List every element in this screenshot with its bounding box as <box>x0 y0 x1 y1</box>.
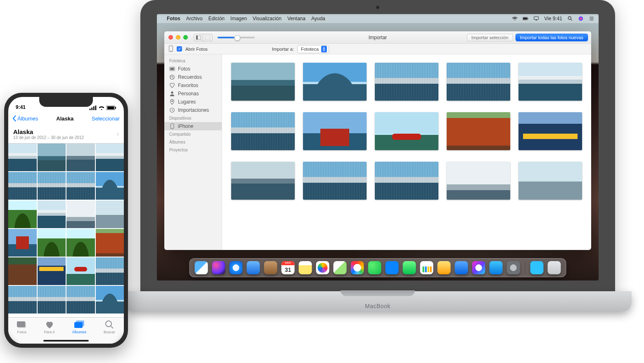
menubar-item-edit[interactable]: Edición <box>208 16 225 21</box>
import-thumb[interactable] <box>519 112 582 150</box>
photo-thumb[interactable] <box>38 172 66 200</box>
dock-downloads-icon[interactable] <box>530 261 544 274</box>
sidebar-item-people[interactable]: Personas <box>164 90 222 98</box>
photo-thumb[interactable] <box>8 229 37 257</box>
photo-thumb[interactable] <box>8 200 37 228</box>
sidebar-header-shared[interactable]: Compartido <box>164 130 222 138</box>
import-thumb[interactable] <box>375 63 438 101</box>
menubar-item-view[interactable]: Visualización <box>253 16 282 21</box>
photo-thumb[interactable] <box>8 172 37 200</box>
import-destination-select[interactable]: Fototeca ▲▼ <box>297 45 329 53</box>
notification-center-icon[interactable] <box>589 16 594 21</box>
sidebar-item-imports[interactable]: Importaciones <box>164 106 222 114</box>
tab-photos[interactable]: Fotos <box>17 320 27 334</box>
photo-thumb[interactable] <box>38 229 66 257</box>
menubar-app-name[interactable]: Fotos <box>167 16 180 21</box>
photo-thumb[interactable] <box>96 144 124 171</box>
import-thumb[interactable] <box>447 63 510 101</box>
sidebar-toggle-segment[interactable] <box>194 34 213 41</box>
menubar-item-help[interactable]: Ayuda <box>311 16 325 21</box>
sidebar-item-device-iphone[interactable]: iPhone <box>164 122 222 130</box>
dock-finder-icon[interactable] <box>195 261 208 274</box>
dock-pages-icon[interactable] <box>438 261 451 274</box>
sidebar-item-memories[interactable]: Recuerdos <box>164 73 222 81</box>
photo-thumb[interactable] <box>38 257 66 285</box>
sidebar-hide-icon[interactable] <box>203 34 212 41</box>
tab-foryou[interactable]: Para ti <box>44 320 55 334</box>
photo-thumb[interactable] <box>96 229 124 257</box>
back-button[interactable]: Álbumes <box>12 115 38 122</box>
dock-messages-icon[interactable] <box>368 261 381 274</box>
dock-contacts-icon[interactable] <box>264 261 277 274</box>
import-thumb[interactable] <box>447 112 510 150</box>
tab-search[interactable]: Buscar <box>104 320 115 334</box>
photo-thumb[interactable] <box>96 286 124 314</box>
photo-thumb[interactable] <box>66 172 95 200</box>
sidebar-item-places[interactable]: Lugares <box>164 98 222 106</box>
photo-thumb[interactable] <box>8 257 37 285</box>
dock-facetime-icon[interactable] <box>403 261 416 274</box>
home-indicator[interactable] <box>43 340 89 342</box>
photo-thumb[interactable] <box>38 200 66 228</box>
photo-thumb[interactable] <box>66 286 95 314</box>
wifi-icon[interactable] <box>512 16 518 21</box>
import-thumb[interactable] <box>303 162 367 200</box>
dock-safari-icon[interactable] <box>230 261 243 274</box>
import-selection-button[interactable]: Importar selección <box>467 34 513 41</box>
photo-thumb[interactable] <box>8 144 37 171</box>
dock-preferences-icon[interactable] <box>507 261 520 274</box>
sidebar-header-albums[interactable]: Álbumes <box>164 138 222 146</box>
dock-mail-icon[interactable] <box>247 261 260 274</box>
dock-itunes-icon[interactable] <box>472 261 485 274</box>
dock-numbers-icon[interactable] <box>420 261 433 274</box>
dock-appstore-icon[interactable] <box>490 261 503 274</box>
window-zoom-button[interactable] <box>183 35 188 40</box>
photo-thumb[interactable] <box>96 172 124 200</box>
album-header-row[interactable]: Alaska 13 de jun de 2012 – 30 de jun de … <box>8 126 124 144</box>
dock-trash-icon[interactable] <box>548 261 561 274</box>
menubar-item-window[interactable]: Ventana <box>287 16 305 21</box>
sidebar-item-photos[interactable]: Fotos <box>164 65 222 73</box>
dock-calendar-icon[interactable]: AGO 31 <box>282 261 295 274</box>
import-thumb[interactable] <box>519 162 582 200</box>
import-thumb[interactable] <box>375 162 438 200</box>
photo-thumb[interactable] <box>96 200 124 228</box>
import-thumb[interactable] <box>231 112 295 150</box>
dock-keynote-icon[interactable] <box>455 261 468 274</box>
album-photo-grid[interactable] <box>8 144 124 314</box>
sidebar-item-favorites[interactable]: Favoritos <box>164 81 222 90</box>
photo-thumb[interactable] <box>66 200 95 228</box>
dock-siri-icon[interactable] <box>212 261 225 274</box>
photo-thumb[interactable] <box>8 286 37 314</box>
spotlight-icon[interactable] <box>567 16 573 21</box>
photo-thumb[interactable] <box>38 144 66 171</box>
window-minimize-button[interactable] <box>176 35 180 40</box>
import-thumb[interactable] <box>519 63 582 101</box>
import-thumb[interactable] <box>375 112 438 150</box>
dock-photos-icon[interactable] <box>316 261 329 274</box>
menubar-clock[interactable]: Vie 9:41 <box>544 16 562 21</box>
photo-thumb[interactable] <box>66 229 95 257</box>
thumbnail-zoom-slider[interactable] <box>218 37 255 38</box>
photo-thumb[interactable] <box>38 286 66 314</box>
import-thumb[interactable] <box>447 162 510 200</box>
import-thumb[interactable] <box>231 63 295 101</box>
sidebar-show-icon[interactable] <box>194 34 203 41</box>
battery-icon[interactable] <box>523 16 528 21</box>
photo-thumb[interactable] <box>66 257 95 285</box>
tab-albums[interactable]: Álbumes <box>72 320 86 334</box>
select-button[interactable]: Seleccionar <box>92 116 120 122</box>
siri-icon[interactable] <box>578 16 584 21</box>
import-thumb[interactable] <box>303 112 367 150</box>
import-thumb[interactable] <box>231 162 295 200</box>
dock-signal-icon[interactable] <box>386 261 399 274</box>
window-titlebar[interactable]: Importar Importar selección Importar tod… <box>164 31 591 44</box>
import-thumb[interactable] <box>303 63 367 101</box>
sidebar-header-projects[interactable]: Proyectos <box>164 146 222 154</box>
menubar-item-file[interactable]: Archivo <box>186 16 203 21</box>
window-close-button[interactable] <box>168 35 173 40</box>
airplay-icon[interactable] <box>533 16 539 21</box>
dock-notes-icon[interactable] <box>299 261 312 274</box>
dock-photosapp-icon[interactable] <box>351 261 364 274</box>
menubar-item-image[interactable]: Imagen <box>230 16 247 21</box>
